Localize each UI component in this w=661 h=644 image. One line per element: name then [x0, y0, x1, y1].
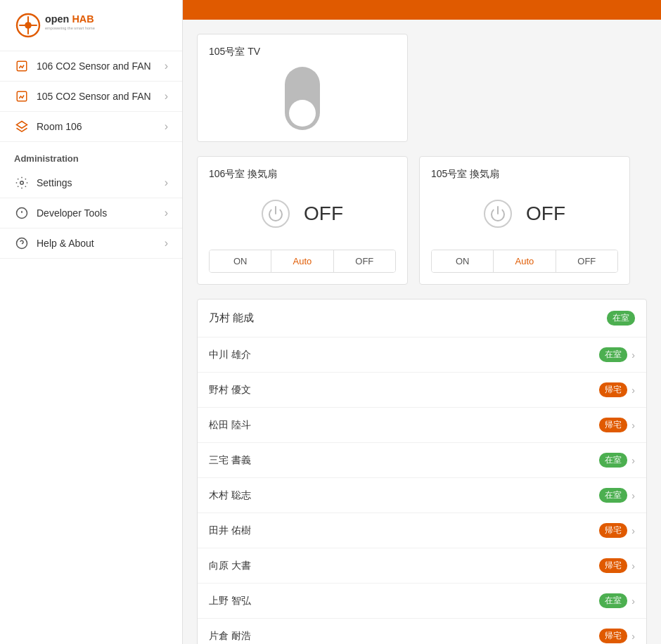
status-badge: 帰宅 — [599, 382, 627, 397]
person-row[interactable]: 乃村 能成在室 — [198, 300, 646, 337]
alert-icon — [14, 205, 30, 221]
sidebar-item-106-co2-sensor-fan[interactable]: 106 CO2 Sensor and FAN › — [0, 51, 182, 82]
tv-toggle-switch[interactable] — [285, 67, 320, 130]
sidebar-item-label-help: Help & About — [37, 238, 165, 249]
sidebar-item-label-settings: Settings — [37, 177, 165, 188]
person-right: 帰宅› — [599, 523, 635, 538]
chevron-right-icon: › — [631, 385, 635, 396]
top-bar — [183, 0, 661, 20]
sidebar-item-settings[interactable]: Settings › — [0, 168, 182, 198]
sidebar: open HAB empowering the smart home 106 C… — [0, 0, 183, 644]
chevron-right-icon-2: › — [165, 90, 168, 103]
person-row[interactable]: 上野 智弘在室› — [198, 584, 646, 619]
person-right: 帰宅› — [599, 418, 635, 432]
person-right: 在室› — [599, 453, 635, 468]
person-row[interactable]: 木村 聡志在室› — [198, 478, 646, 513]
fan-card-106-title: 106号室 換気扇 — [209, 168, 396, 181]
sidebar-item-label: 106 CO2 Sensor and FAN — [37, 60, 165, 72]
person-right: 帰宅› — [599, 382, 635, 397]
sidebar-item-help-about[interactable]: Help & About › — [0, 228, 182, 259]
status-badge: 在室 — [599, 453, 627, 468]
chevron-right-icon-help: › — [165, 237, 168, 250]
content-area: 105号室 TV 106号室 換気扇 — [183, 20, 661, 644]
chevron-right-icon-3: › — [165, 120, 168, 133]
person-name: 上野 智弘 — [209, 595, 251, 607]
sidebar-item-label-devtools: Developer Tools — [37, 207, 165, 219]
chevron-right-icon: › — [631, 455, 635, 466]
sidebar-item-developer-tools[interactable]: Developer Tools › — [0, 198, 182, 228]
status-badge: 帰宅 — [599, 558, 627, 573]
sidebar-item-105-co2-sensor-fan[interactable]: 105 CO2 Sensor and FAN › — [0, 82, 182, 112]
layers-icon — [14, 119, 30, 134]
admin-section-label: Administration — [0, 142, 182, 168]
fan-cards-row: 106号室 換気扇 OFF ON Auto OFF — [197, 156, 647, 285]
fan-btn-off-105[interactable]: OFF — [556, 250, 617, 272]
fan-btn-on-105[interactable]: ON — [432, 250, 494, 272]
chart-icon-2 — [14, 89, 30, 104]
fan-btn-auto-105[interactable]: Auto — [494, 250, 556, 272]
sidebar-item-room-106[interactable]: Room 106 › — [0, 112, 182, 142]
person-right: 在室› — [599, 488, 635, 503]
person-row[interactable]: 三宅 書義在室› — [198, 443, 646, 478]
power-button-105[interactable] — [484, 200, 512, 228]
tv-toggle-container — [209, 67, 396, 130]
fan-control-105: OFF — [431, 189, 618, 238]
fan-status-105: OFF — [526, 202, 565, 225]
chevron-right-icon: › — [631, 631, 635, 642]
cards-row-tv: 105号室 TV — [197, 34, 647, 142]
person-right: 帰宅› — [599, 629, 635, 643]
person-right: 在室› — [599, 593, 635, 608]
fan-card-106: 106号室 換気扇 OFF ON Auto OFF — [197, 156, 408, 285]
person-row[interactable]: 中川 雄介在室› — [198, 337, 646, 373]
person-row[interactable]: 田井 佑樹帰宅› — [198, 513, 646, 548]
sidebar-item-label-3: Room 106 — [37, 121, 165, 132]
chevron-right-icon: › — [631, 525, 635, 536]
fan-buttons-105: ON Auto OFF — [431, 250, 618, 273]
power-button-106[interactable] — [262, 200, 290, 228]
tv-card-title: 105号室 TV — [209, 46, 396, 58]
chevron-right-icon: › — [165, 60, 168, 72]
person-name: 松田 陸斗 — [209, 419, 251, 432]
fan-buttons-106: ON Auto OFF — [209, 250, 396, 273]
person-row[interactable]: 片倉 耐浩帰宅› — [198, 619, 646, 644]
svg-text:empowering the smart home: empowering the smart home — [45, 26, 95, 30]
person-name: 田井 佑樹 — [209, 524, 251, 537]
fan-card-105: 105号室 換気扇 OFF ON Auto OFF — [419, 156, 630, 285]
svg-rect-5 — [17, 61, 27, 71]
chevron-right-icon: › — [631, 595, 635, 607]
fan-btn-on-106[interactable]: ON — [210, 250, 271, 272]
question-icon — [14, 236, 30, 251]
openhab-logo: open HAB empowering the smart home — [14, 11, 127, 39]
chevron-right-icon-settings: › — [165, 176, 168, 189]
chevron-right-icon: › — [631, 349, 635, 361]
person-name: 三宅 書義 — [209, 454, 251, 467]
fan-btn-off-106[interactable]: OFF — [334, 250, 395, 272]
person-row[interactable]: 向原 大書帰宅› — [198, 548, 646, 584]
chevron-right-icon: › — [631, 560, 635, 572]
person-name: 中川 雄介 — [209, 349, 251, 361]
fan-btn-auto-106[interactable]: Auto — [271, 250, 333, 272]
main-content: 105号室 TV 106号室 換気扇 — [183, 0, 661, 644]
person-name: 野村 優文 — [209, 384, 251, 397]
chart-icon — [14, 58, 30, 74]
person-right: 帰宅› — [599, 558, 635, 573]
status-badge: 在室 — [599, 593, 627, 608]
svg-point-1 — [25, 22, 32, 29]
person-row[interactable]: 野村 優文帰宅› — [198, 373, 646, 408]
tv-card: 105号室 TV — [197, 34, 408, 142]
status-badge: 帰宅 — [599, 523, 627, 538]
status-badge: 帰宅 — [599, 629, 627, 643]
svg-text:open: open — [45, 13, 69, 25]
person-name: 乃村 能成 — [209, 311, 254, 325]
svg-point-8 — [20, 181, 24, 185]
fan-status-106: OFF — [304, 202, 343, 225]
svg-marker-7 — [17, 122, 27, 129]
fan-control-106: OFF — [209, 189, 396, 238]
person-row[interactable]: 松田 陸斗帰宅› — [198, 408, 646, 443]
status-badge: 在室 — [599, 488, 627, 503]
chevron-right-icon: › — [631, 420, 635, 431]
svg-text:HAB: HAB — [72, 13, 94, 25]
status-badge: 帰宅 — [599, 418, 627, 432]
svg-rect-6 — [17, 91, 27, 101]
person-right: 在室 — [607, 311, 635, 326]
